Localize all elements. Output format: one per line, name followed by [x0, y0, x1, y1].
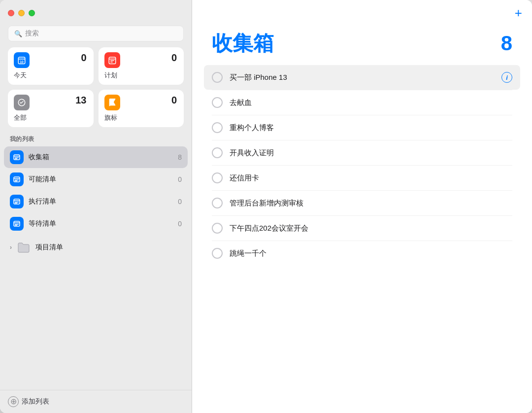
inbox-icon: [10, 150, 24, 164]
execute-name: 执行清单: [29, 197, 173, 206]
table-row[interactable]: 管理后台新增内测审核: [204, 191, 520, 215]
main-content: + 收集箱 8 买一部 iPhone 13 i 去献血 重构个: [192, 0, 532, 413]
flag-icon: [104, 95, 120, 110]
add-task-button[interactable]: +: [515, 6, 522, 19]
maybe-icon: [10, 172, 24, 186]
task-text: 还信用卡: [230, 173, 512, 183]
folder-icon: [17, 241, 31, 254]
app-window: 🔍 搜索 10 0 今天: [0, 0, 532, 413]
add-list-footer[interactable]: ⊕ 添加列表: [0, 390, 192, 413]
inbox-count: 8: [178, 153, 182, 161]
project-item[interactable]: › 项目清单: [4, 237, 188, 258]
task-text: 开具收入证明: [230, 148, 512, 158]
waiting-name: 等待清单: [29, 219, 173, 228]
table-row[interactable]: 开具收入证明: [204, 140, 520, 165]
project-name: 项目清单: [35, 243, 63, 252]
list-item-maybe[interactable]: 可能清单 0: [4, 169, 188, 190]
task-text: 买一部 iPhone 13: [230, 73, 495, 82]
all-count: 13: [75, 95, 86, 106]
task-checkbox[interactable]: [212, 198, 223, 208]
task-checkbox[interactable]: [212, 223, 223, 234]
add-list-icon: ⊕: [8, 396, 19, 407]
smart-list-all[interactable]: 13 全部: [8, 90, 94, 127]
plan-icon: [104, 52, 120, 68]
task-text: 去献血: [230, 98, 512, 107]
smart-list-plan[interactable]: 0 计划: [99, 47, 184, 85]
main-title-row: 收集箱 8: [192, 26, 532, 65]
smart-list-flag[interactable]: 0 旗标: [99, 90, 184, 127]
table-row[interactable]: 重构个人博客: [204, 115, 520, 140]
chevron-right-icon: ›: [10, 244, 12, 251]
search-bar[interactable]: 🔍 搜索: [8, 26, 184, 41]
list-items-container: 收集箱 8 可能清单 0: [0, 146, 192, 235]
plan-count: 0: [171, 52, 177, 64]
smart-list-today[interactable]: 10 0 今天: [8, 47, 94, 85]
svg-text:10: 10: [20, 60, 24, 64]
task-checkbox[interactable]: [212, 147, 223, 158]
task-checkbox[interactable]: [212, 122, 223, 133]
minimize-button[interactable]: [18, 10, 25, 16]
maybe-name: 可能清单: [29, 175, 173, 184]
search-icon: 🔍: [14, 30, 22, 37]
task-info-icon[interactable]: i: [501, 72, 512, 83]
today-label: 今天: [14, 71, 87, 80]
main-count: 8: [501, 32, 512, 55]
flag-label: 旗标: [104, 113, 177, 122]
inbox-name: 收集箱: [29, 153, 173, 162]
table-row[interactable]: 下午四点202会议室开会: [204, 216, 520, 241]
main-title: 收集箱: [212, 30, 274, 57]
search-placeholder: 搜索: [25, 29, 39, 38]
all-icon: [14, 95, 30, 110]
table-row[interactable]: 还信用卡: [204, 166, 520, 190]
maximize-button[interactable]: [29, 10, 35, 16]
waiting-icon: [10, 217, 24, 231]
task-list: 买一部 iPhone 13 i 去献血 重构个人博客 开具收入证明: [192, 65, 532, 413]
waiting-count: 0: [178, 220, 182, 228]
smart-lists-grid: 10 0 今天: [0, 47, 192, 135]
list-item-inbox[interactable]: 收集箱 8: [4, 146, 188, 168]
execute-icon: [10, 195, 24, 208]
task-text: 管理后台新增内测审核: [230, 199, 512, 208]
task-text: 重构个人博客: [230, 123, 512, 133]
today-icon: 10: [14, 52, 30, 68]
add-list-label: 添加列表: [22, 397, 49, 406]
maybe-count: 0: [178, 175, 182, 183]
execute-count: 0: [178, 198, 182, 206]
flag-count: 0: [171, 95, 177, 106]
plan-label: 计划: [104, 71, 177, 80]
my-lists-section-label: 我的列表: [0, 135, 192, 146]
task-checkbox[interactable]: [212, 248, 223, 259]
main-header: +: [192, 0, 532, 26]
close-button[interactable]: [8, 10, 14, 16]
titlebar: [0, 0, 192, 26]
today-count: 0: [81, 52, 86, 64]
all-label: 全部: [14, 113, 87, 122]
task-text: 跳绳一千个: [230, 249, 512, 258]
table-row[interactable]: 去献血: [204, 90, 520, 115]
table-row[interactable]: 跳绳一千个: [204, 241, 520, 266]
task-text: 下午四点202会议室开会: [230, 224, 512, 233]
list-item-execute[interactable]: 执行清单 0: [4, 191, 188, 212]
task-checkbox[interactable]: [212, 72, 223, 83]
task-checkbox[interactable]: [212, 172, 223, 183]
list-item-waiting[interactable]: 等待清单 0: [4, 213, 188, 235]
sidebar: 🔍 搜索 10 0 今天: [0, 0, 192, 413]
task-checkbox[interactable]: [212, 97, 223, 108]
table-row[interactable]: 买一部 iPhone 13 i: [204, 65, 520, 90]
